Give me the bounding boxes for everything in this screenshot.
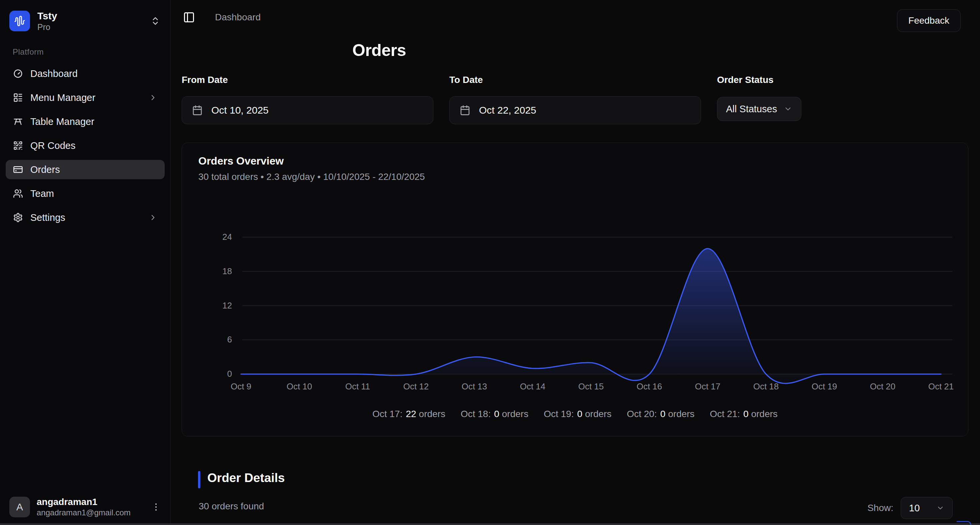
x-tick-label: Oct 9	[213, 381, 269, 392]
order-details-title: Order Details	[207, 471, 285, 485]
section-accent-bar	[198, 471, 200, 489]
workspace-plan: Pro	[37, 22, 150, 32]
to-date-label: To Date	[449, 75, 483, 85]
x-tick-label: Oct 18	[738, 381, 794, 392]
sidebar-item-label: QR Codes	[30, 140, 158, 151]
chevron-right-icon	[149, 93, 158, 102]
y-tick-label: 18	[202, 266, 232, 276]
avatar: A	[10, 497, 30, 517]
orders-overview-card: Orders Overview 30 total orders • 2.3 av…	[182, 143, 968, 436]
x-tick-label: Oct 20	[854, 381, 911, 392]
chart-subtitle: 30 total orders • 2.3 avg/day • 10/10/20…	[198, 171, 425, 182]
chevron-down-icon	[936, 504, 944, 512]
calendar-icon	[460, 105, 470, 116]
page-title: Orders	[352, 41, 406, 60]
gauge-icon	[13, 69, 23, 79]
chart-stats: Oct 17:22ordersOct 18:0ordersOct 19:0ord…	[182, 409, 968, 419]
next-section-edge	[0, 523, 980, 525]
feedback-button[interactable]: Feedback	[897, 10, 961, 32]
sidebar-item-qr-codes[interactable]: QR Codes	[6, 136, 165, 155]
sidebar-item-team[interactable]: Team	[6, 184, 165, 203]
chart-stat-item: Oct 19:0orders	[544, 409, 611, 419]
sidebar-nav: Dashboard Menu Manager Table Manager	[6, 64, 165, 227]
x-tick-label: Oct 12	[388, 381, 444, 392]
calendar-icon	[192, 105, 203, 116]
sidebar-item-table-manager[interactable]: Table Manager	[6, 112, 165, 131]
layout-list-icon	[13, 93, 23, 103]
from-date-input[interactable]: Oct 10, 2025	[182, 96, 433, 124]
credit-card-icon	[13, 165, 23, 174]
workspace-name: Tsty	[37, 10, 150, 22]
y-tick-label: 12	[202, 300, 232, 311]
chart-stat-item: Oct 18:0orders	[461, 409, 528, 419]
x-tick-label: Oct 17	[679, 381, 736, 392]
show-row: Show: 10	[867, 497, 953, 519]
sidebar-item-menu-manager[interactable]: Menu Manager	[6, 88, 165, 107]
x-tick-label: Oct 15	[563, 381, 619, 392]
qr-code-icon	[13, 141, 23, 151]
show-label: Show:	[867, 503, 893, 513]
users-icon	[13, 189, 23, 198]
x-tick-label: Oct 19	[796, 381, 853, 392]
user-email: angadraman1@gmail.com	[37, 508, 151, 518]
x-tick-label: Oct 16	[621, 381, 678, 392]
y-tick-label: 6	[202, 335, 232, 345]
orders-chart-svg	[234, 230, 960, 400]
sidebar-item-label: Table Manager	[30, 116, 158, 127]
workspace-switcher[interactable]: Tsty Pro	[10, 10, 160, 32]
gear-icon	[13, 213, 23, 222]
from-date-label: From Date	[182, 75, 228, 85]
order-status-value: All Statuses	[726, 104, 777, 114]
sidebar-item-settings[interactable]: Settings	[6, 208, 165, 227]
sidebar-item-label: Menu Manager	[30, 92, 149, 103]
app-root: Tsty Pro Platform Dashboard Menu Manager	[0, 0, 980, 525]
order-status-select[interactable]: All Statuses	[717, 97, 801, 121]
y-tick-label: 0	[202, 369, 232, 379]
sidebar-item-label: Orders	[30, 164, 158, 175]
user-name: angadraman1	[37, 496, 151, 508]
picnic-table-icon	[13, 117, 23, 127]
sidebar-item-dashboard[interactable]: Dashboard	[6, 64, 165, 83]
breadcrumb[interactable]: Dashboard	[215, 12, 261, 23]
sidebar-item-label: Team	[30, 188, 158, 199]
chart-stat-item: Oct 20:0orders	[627, 409, 694, 419]
x-tick-label: Oct 13	[446, 381, 503, 392]
chart-title: Orders Overview	[198, 155, 284, 167]
top-bar: Dashboard Feedback	[171, 0, 980, 33]
sidebar-item-label: Dashboard	[30, 68, 158, 79]
chevron-down-icon	[784, 105, 792, 113]
x-tick-label: Oct 21	[913, 381, 969, 392]
user-menu[interactable]: A angadraman1 angadraman1@gmail.com	[10, 496, 161, 518]
sidebar-item-orders[interactable]: Orders	[6, 160, 165, 179]
sidebar: Tsty Pro Platform Dashboard Menu Manager	[0, 0, 171, 525]
chart-stat-item: Oct 17:22orders	[372, 409, 445, 419]
x-tick-label: Oct 11	[329, 381, 386, 392]
to-date-value: Oct 22, 2025	[479, 105, 536, 116]
chevrons-up-down-icon	[150, 16, 160, 26]
x-tick-label: Oct 10	[271, 381, 328, 392]
from-date-value: Oct 10, 2025	[212, 105, 269, 116]
orders-found-count: 30 orders found	[199, 501, 264, 512]
order-status-label: Order Status	[717, 75, 774, 85]
to-date-input[interactable]: Oct 22, 2025	[449, 96, 701, 124]
x-tick-label: Oct 14	[504, 381, 561, 392]
audio-waveform-icon	[14, 15, 25, 27]
partial-element-corner	[957, 521, 971, 525]
sidebar-section-label: Platform	[13, 47, 170, 57]
sidebar-item-label: Settings	[30, 212, 149, 223]
chart-stat-item: Oct 21:0orders	[710, 409, 778, 419]
chevron-right-icon	[149, 213, 158, 222]
y-tick-label: 24	[202, 232, 232, 242]
sidebar-toggle-icon[interactable]	[183, 11, 195, 23]
page-size-value: 10	[909, 503, 920, 514]
ellipsis-vertical-icon[interactable]	[151, 502, 161, 512]
page-size-select[interactable]: 10	[900, 497, 953, 519]
app-logo	[10, 11, 30, 31]
